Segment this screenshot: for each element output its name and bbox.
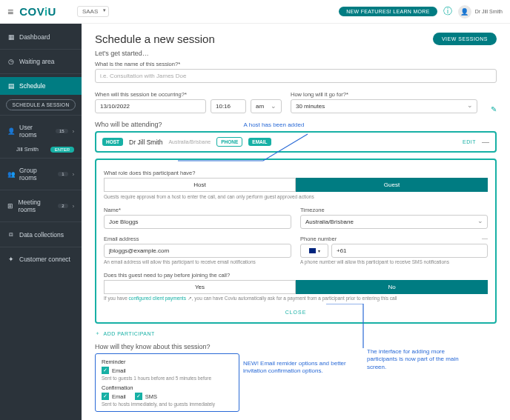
nav-waiting-area[interactable]: ◷Waiting area	[0, 53, 82, 70]
email-note: An email address will allow this partici…	[104, 259, 291, 264]
group-rooms-count: 1	[58, 172, 67, 176]
plus-icon: ＋	[95, 330, 101, 337]
avatar-icon: 👤	[458, 5, 471, 19]
hamburger-icon[interactable]: ≡	[7, 6, 13, 18]
phone-label: Phone number	[300, 236, 337, 242]
duration-label: How long will it go for?*	[291, 91, 477, 98]
org-selector[interactable]: SAAS	[77, 6, 109, 17]
nav-dashboard[interactable]: ▦Dashboard	[0, 28, 82, 46]
schedule-session-button[interactable]: SCHEDULE A SESSION	[6, 99, 76, 110]
edit-host-button[interactable]: EDIT	[463, 139, 476, 144]
participant-name-label: Name*	[104, 207, 291, 213]
nav-group-rooms[interactable]: 👥Group rooms1 ›	[0, 161, 82, 187]
database-icon: ⧈	[7, 230, 15, 239]
country-code-select[interactable]: ▾	[300, 244, 328, 258]
user-name-label: Dr Jill Smith	[475, 9, 503, 14]
host-name: Dr Jill Smith	[129, 139, 162, 146]
add-participant-button[interactable]: ＋ADD PARTICIPANT	[95, 330, 497, 337]
nav-schedule[interactable]: ▤Schedule	[0, 77, 82, 95]
group-icon: 👥	[7, 170, 15, 178]
reminder-heading: Reminder	[102, 359, 233, 365]
close-participant-button[interactable]: CLOSE	[104, 305, 488, 316]
edit-pencil-icon[interactable]: ✎	[491, 105, 497, 113]
role-guest-button[interactable]: Guest	[296, 178, 488, 192]
reminder-sub: Sent to guests 1 hours before and 5 minu…	[102, 376, 233, 381]
confirmation-heading: Confirmation	[102, 384, 233, 391]
section-get-started: Let's get started…	[95, 50, 497, 57]
phone-pill: PHONE	[216, 137, 242, 147]
confirmation-sms-checkbox[interactable]: ✓	[135, 393, 142, 400]
phone-input[interactable]	[331, 244, 488, 258]
email-pill: EMAIL	[248, 138, 271, 146]
confirmation-email-checkbox[interactable]: ✓	[102, 393, 109, 400]
email-label: Email address	[104, 236, 291, 242]
view-sessions-button[interactable]: VIEW SESSIONS	[433, 33, 497, 45]
add-participant-label: ADD PARTICIPANT	[104, 331, 155, 336]
nav-meeting-rooms-label: Meeting rooms	[19, 199, 54, 213]
confirmation-email-label: Email	[112, 393, 126, 400]
confirmation-sub: Sent to hosts immediately, and to guests…	[102, 401, 233, 407]
configure-payments-link[interactable]: configured client payments	[129, 296, 186, 301]
nav-user-rooms-label: User rooms	[19, 124, 51, 139]
guest-note: Guests require approval from a host to e…	[104, 194, 488, 199]
nav-customer-label: Customer connect	[19, 256, 70, 263]
host-card: HOST Dr Jill Smith Australia/Brisbane PH…	[95, 131, 497, 153]
pay-yes-button[interactable]: Yes	[104, 280, 296, 294]
help-icon[interactable]: ⓘ	[443, 5, 452, 18]
nav-customer-connect[interactable]: ✦Customer connect	[0, 250, 82, 268]
nav-waiting-label: Waiting area	[19, 58, 54, 65]
enter-badge[interactable]: ENTER	[50, 147, 74, 153]
nav-meeting-rooms[interactable]: ⊞Meeting rooms2 ›	[0, 193, 82, 219]
when-label: When will this session be occurring?*	[95, 91, 282, 98]
calendar-icon: ▤	[7, 82, 15, 90]
page-title: Schedule a new session	[95, 33, 215, 45]
meeting-icon: ⊞	[7, 202, 14, 210]
email-input[interactable]	[104, 244, 291, 258]
nav-user-rooms[interactable]: 👤User rooms15 ›	[0, 119, 82, 144]
session-name-input[interactable]	[95, 69, 497, 83]
clock-icon: ◷	[7, 58, 15, 65]
attending-label: Who will be attending?	[95, 121, 162, 128]
annotation-host-added: A host has been added	[244, 121, 305, 128]
new-features-button[interactable]: NEW FEATURES! LEARN MORE	[339, 7, 437, 16]
nav-schedule-label: Schedule	[19, 82, 45, 90]
user-icon: 👤	[7, 127, 15, 135]
grid-icon: ▦	[7, 33, 15, 41]
collapse-icon[interactable]: —	[482, 138, 489, 146]
user-menu[interactable]: 👤 Dr Jill Smith	[458, 5, 503, 19]
timezone-select[interactable]: Australia/Brisbane	[300, 215, 488, 229]
remove-phone-icon[interactable]: —	[482, 235, 488, 241]
meeting-rooms-count: 2	[58, 204, 67, 208]
timezone-label: Timezone	[300, 207, 488, 213]
pay-label: Does this guest need to pay before joini…	[104, 272, 488, 279]
pay-no-button[interactable]: No	[296, 280, 488, 294]
role-label: What role does this participant have?	[104, 170, 488, 176]
logo: COViU	[19, 5, 56, 18]
chevron-right-icon: ›	[73, 172, 74, 177]
host-pill: HOST	[102, 138, 123, 146]
star-icon: ✦	[7, 256, 15, 263]
participant-panel: What role does this participant have? Ho…	[95, 159, 497, 324]
user-rooms-count: 15	[56, 129, 68, 133]
time-input[interactable]	[211, 99, 246, 113]
chevron-right-icon: ›	[73, 129, 74, 134]
session-name-label: What is the name of this session?*	[95, 61, 497, 67]
pay-note: If you have configured client payments ↗…	[104, 296, 488, 301]
ampm-select[interactable]: am	[251, 99, 282, 113]
room-jill-label: Jill Smith	[16, 146, 39, 153]
nav-group-rooms-label: Group rooms	[19, 167, 53, 181]
host-timezone: Australia/Brisbane	[168, 139, 211, 144]
duration-select[interactable]: 30 minutes	[291, 99, 477, 113]
reminder-email-label: Email	[112, 367, 126, 374]
sidebar: ▦Dashboard ◷Waiting area ▤Schedule SCHED…	[0, 24, 82, 420]
role-host-button[interactable]: Host	[104, 178, 296, 192]
reminder-email-checkbox[interactable]: ✓	[102, 367, 109, 374]
notification-settings: Reminder ✓Email Sent to guests 1 hours b…	[95, 353, 239, 412]
date-input[interactable]	[95, 99, 206, 113]
nav-user-room-jill[interactable]: Jill SmithENTER	[0, 144, 82, 155]
chevron-right-icon: ›	[73, 204, 74, 209]
notify-label: How will they know about this session?	[95, 343, 497, 350]
participant-name-input[interactable]	[104, 215, 291, 229]
nav-data-collections[interactable]: ⧈Data collections	[0, 225, 82, 244]
nav-dashboard-label: Dashboard	[19, 33, 50, 41]
